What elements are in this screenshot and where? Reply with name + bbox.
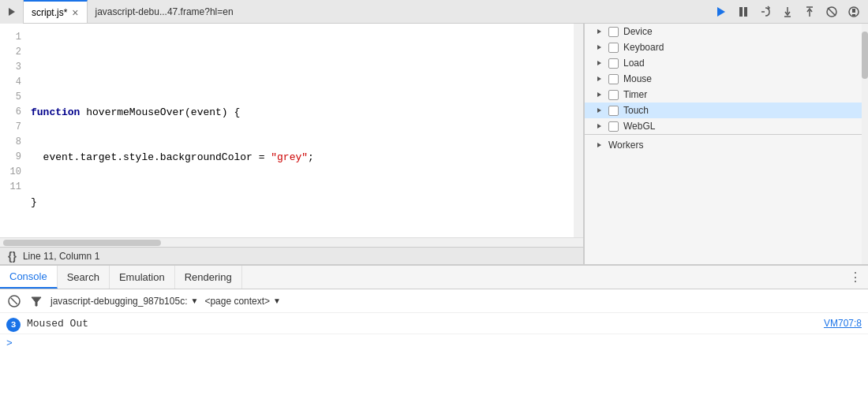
context-dropdown-arrow: ▼	[273, 296, 281, 305]
horizontal-scrollbar[interactable]	[0, 237, 583, 247]
pause-button[interactable]	[735, 4, 751, 20]
bottom-panel: Console Search Emulation Rendering ⋮ jav…	[0, 264, 868, 410]
svg-marker-20	[597, 124, 601, 129]
bp-expand-workers[interactable]	[594, 140, 604, 150]
workers-row[interactable]: Workers	[594, 140, 852, 151]
tab-emulation[interactable]: Emulation	[110, 266, 175, 289]
pause-exception-button[interactable]	[846, 4, 862, 20]
code-line-2: function hovermeMouseOver(event) {	[28, 105, 574, 120]
bp-item-timer[interactable]: Timer	[585, 87, 862, 102]
tab-secondary-label: javascript-debu...47.frame?hl=en	[95, 6, 234, 17]
bp-expand-webgl[interactable]	[594, 121, 604, 131]
filter-console-button[interactable]	[28, 293, 44, 309]
tab-close-button[interactable]: ×	[72, 6, 78, 19]
svg-marker-14	[597, 29, 601, 34]
console-context-dropdown[interactable]: <page context> ▼	[204, 296, 281, 307]
step-over-button[interactable]	[758, 4, 773, 20]
bp-item-load[interactable]: Load	[585, 55, 862, 71]
breakpoints-panel: Device Keyboard Load	[585, 24, 862, 264]
console-tabs: Console Search Emulation Rendering ⋮	[0, 266, 868, 289]
tab-bar: script.js* × javascript-debu...47.frame?…	[0, 0, 868, 24]
bp-expand-keyboard[interactable]	[594, 43, 604, 52]
clear-console-button[interactable]	[6, 293, 22, 309]
right-scrollbar[interactable]	[862, 24, 868, 264]
bp-expand-mouse[interactable]	[594, 74, 604, 84]
bp-expand-load[interactable]	[594, 58, 604, 68]
tab-play-button[interactable]	[0, 0, 24, 24]
bp-expand-timer[interactable]	[594, 90, 604, 99]
code-line-3: event.target.style.backgroundColor = "gr…	[28, 150, 574, 165]
main-area: 1 2 3 4 5 6 7 8 9 10 11 function hoverme…	[0, 24, 868, 264]
bp-checkbox-mouse[interactable]	[608, 74, 619, 84]
bp-item-touch[interactable]: Touch	[585, 102, 862, 118]
log-badge: 3	[6, 318, 21, 332]
svg-line-10	[828, 8, 836, 16]
bp-checkbox-device[interactable]	[608, 27, 619, 37]
bp-label-load: Load	[623, 58, 645, 69]
bp-label-touch: Touch	[623, 105, 649, 116]
bp-checkbox-webgl[interactable]	[608, 121, 619, 132]
code-line-1	[28, 60, 574, 75]
tab-script-js[interactable]: script.js* ×	[24, 0, 88, 23]
tab-bar-left: script.js* × javascript-debu...47.frame?…	[0, 0, 707, 23]
tab-rendering[interactable]: Rendering	[175, 266, 242, 289]
bp-label-mouse: Mouse	[623, 73, 652, 84]
console-menu-icon[interactable]: ⋮	[843, 270, 868, 285]
log-message: Moused Out	[27, 318, 817, 330]
scrollbar-thumb	[862, 32, 868, 79]
console-toolbar: javascript-debugging_987b105c: ▼ <page c…	[0, 289, 868, 313]
status-braces: {}	[8, 250, 17, 263]
tab-bar-controls	[707, 0, 868, 23]
log-source[interactable]: VM707:8	[824, 318, 862, 329]
workers-section: Workers	[585, 134, 862, 155]
bp-expand-touch[interactable]	[594, 106, 604, 115]
tab-console[interactable]: Console	[0, 266, 58, 289]
deactivate-button[interactable]	[824, 4, 840, 20]
svg-rect-2	[739, 7, 743, 17]
tab-search[interactable]: Search	[58, 266, 110, 289]
code-scrollbar[interactable]	[574, 24, 583, 237]
right-panel: Device Keyboard Load	[584, 24, 868, 264]
status-bar: {} Line 11, Column 1	[0, 247, 583, 264]
right-panel-wrapper: Device Keyboard Load	[585, 24, 868, 264]
svg-marker-1	[717, 7, 725, 17]
bp-checkbox-timer[interactable]	[608, 90, 619, 100]
prompt-symbol: >	[6, 337, 13, 349]
bp-checkbox-load[interactable]	[608, 58, 619, 69]
bp-expand-device[interactable]	[594, 27, 604, 36]
bp-item-mouse[interactable]: Mouse	[585, 71, 862, 87]
console-context-label: <page context>	[204, 296, 270, 307]
code-content[interactable]: function hovermeMouseOver(event) { event…	[28, 24, 574, 237]
bp-label-timer: Timer	[623, 89, 647, 100]
step-out-button[interactable]	[802, 4, 817, 20]
svg-rect-12	[852, 9, 855, 13]
svg-marker-15	[597, 45, 601, 50]
tab-console-label: Console	[9, 270, 47, 282]
bp-label-workers: Workers	[608, 140, 643, 151]
bp-item-keyboard[interactable]: Keyboard	[585, 39, 862, 55]
h-scrollbar-thumb	[3, 240, 161, 246]
bp-checkbox-keyboard[interactable]	[608, 43, 619, 53]
svg-marker-24	[32, 297, 41, 306]
tab-secondary[interactable]: javascript-debu...47.frame?hl=en	[88, 0, 241, 23]
bp-item-webgl[interactable]: WebGL	[585, 118, 862, 134]
editor-panel: 1 2 3 4 5 6 7 8 9 10 11 function hoverme…	[0, 24, 584, 264]
bp-label-webgl: WebGL	[623, 121, 655, 132]
code-area[interactable]: 1 2 3 4 5 6 7 8 9 10 11 function hoverme…	[0, 24, 583, 237]
svg-marker-19	[597, 108, 601, 113]
bp-checkbox-touch[interactable]	[608, 106, 619, 116]
svg-rect-13	[852, 14, 855, 16]
svg-marker-18	[597, 92, 601, 97]
filter-dropdown-arrow: ▼	[190, 296, 198, 305]
step-into-button[interactable]	[780, 4, 795, 20]
line-numbers: 1 2 3 4 5 6 7 8 9 10 11	[0, 24, 28, 237]
console-prompt[interactable]: >	[0, 334, 868, 352]
console-filter-dropdown[interactable]: javascript-debugging_987b105c: ▼	[51, 296, 198, 307]
console-filter-label: javascript-debugging_987b105c:	[51, 296, 187, 307]
console-content: 3 Moused Out VM707:8 >	[0, 313, 868, 410]
tab-script-label: script.js*	[32, 7, 67, 18]
tab-rendering-label: Rendering	[185, 271, 232, 283]
bp-item-device[interactable]: Device	[585, 24, 862, 39]
svg-rect-3	[744, 7, 747, 17]
resume-button[interactable]	[713, 4, 729, 20]
